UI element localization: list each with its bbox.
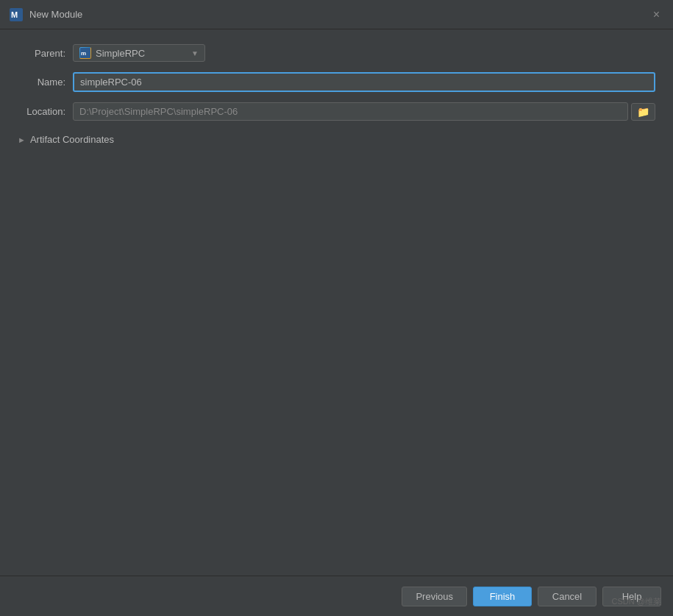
name-row: Name: bbox=[18, 72, 655, 92]
cancel-button[interactable]: Cancel bbox=[538, 587, 597, 606]
location-label: Location: bbox=[18, 106, 73, 117]
folder-icon: 📁 bbox=[637, 106, 649, 118]
help-button[interactable]: Help bbox=[602, 587, 661, 606]
title-bar: M New Module × bbox=[0, 0, 673, 29]
location-input[interactable] bbox=[73, 102, 628, 121]
dialog-content: Parent: m SimpleRPC ▼ Name: Location: bbox=[0, 29, 673, 576]
finish-button[interactable]: Finish bbox=[473, 587, 532, 606]
parent-value: SimpleRPC bbox=[96, 48, 187, 59]
location-row: Location: 📁 bbox=[18, 102, 655, 121]
parent-row: Parent: m SimpleRPC ▼ bbox=[18, 44, 655, 62]
expand-arrow-icon: ► bbox=[18, 135, 26, 144]
bottom-bar: Previous Finish Cancel Help bbox=[0, 576, 673, 616]
svg-text:M: M bbox=[11, 10, 18, 19]
dialog: M New Module × Parent: m SimpleRPC ▼ bbox=[0, 0, 673, 616]
dropdown-arrow-icon: ▼ bbox=[191, 49, 199, 57]
parent-dropdown[interactable]: m SimpleRPC ▼ bbox=[73, 44, 205, 62]
name-input[interactable] bbox=[73, 72, 655, 92]
close-button[interactable]: × bbox=[649, 7, 664, 22]
artifact-coordinates-section[interactable]: ► Artifact Coordinates bbox=[18, 131, 655, 148]
artifact-coordinates-label: Artifact Coordinates bbox=[30, 134, 114, 145]
svg-text:m: m bbox=[81, 50, 86, 57]
title-bar-left: M New Module bbox=[9, 7, 82, 22]
dialog-title: New Module bbox=[29, 9, 82, 20]
location-field-group: 📁 bbox=[73, 102, 655, 121]
previous-button[interactable]: Previous bbox=[402, 587, 467, 606]
parent-label: Parent: bbox=[18, 48, 73, 59]
module-icon: M bbox=[9, 7, 24, 22]
parent-module-icon: m bbox=[79, 47, 91, 59]
name-label: Name: bbox=[18, 77, 73, 88]
folder-browse-button[interactable]: 📁 bbox=[631, 103, 655, 121]
